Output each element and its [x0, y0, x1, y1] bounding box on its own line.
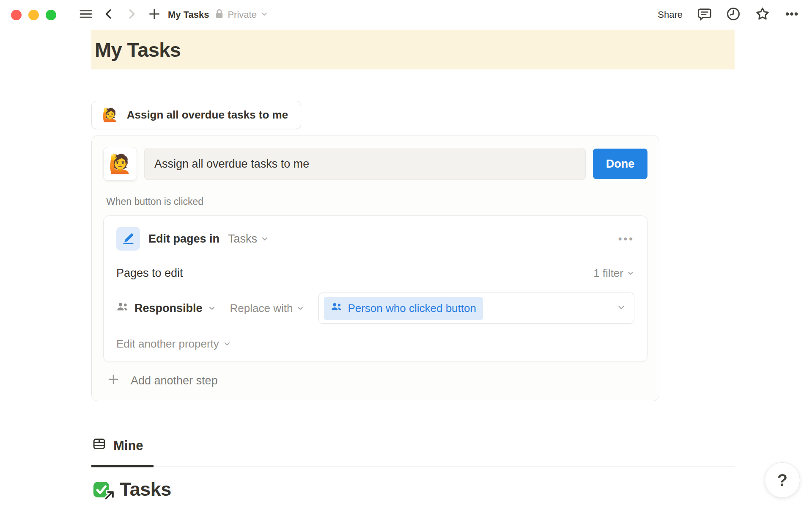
edit-another-property-label: Edit another property — [116, 337, 219, 351]
favorite-button[interactable] — [754, 6, 771, 24]
chevron-down-icon — [296, 302, 304, 315]
chevron-down-icon — [261, 9, 268, 20]
operation-select[interactable]: Replace with — [230, 302, 304, 315]
comment-icon — [697, 16, 712, 23]
tab-mine-label: Mine — [113, 438, 143, 453]
plus-icon — [148, 7, 161, 22]
button-block-label: Assign all overdue tasks to me — [127, 108, 288, 121]
plus-icon — [107, 373, 120, 389]
chevron-down-icon — [223, 337, 231, 351]
person-value-chip: Person who clicked button — [324, 297, 483, 320]
automation-step-card: Edit pages in Tasks ••• Pages to edit 1 … — [103, 215, 647, 362]
chevron-right-icon — [125, 8, 138, 22]
clock-icon — [726, 16, 741, 23]
people-icon — [331, 301, 343, 316]
operation-name: Replace with — [230, 302, 293, 315]
forward-button[interactable] — [122, 6, 141, 24]
page-options-button[interactable] — [784, 6, 799, 23]
property-select[interactable]: Responsible — [116, 301, 216, 316]
window-controls — [11, 10, 56, 20]
raising-hand-emoji-icon: 🙋 — [109, 155, 132, 173]
add-another-step-button[interactable]: Add another step — [107, 373, 647, 389]
person-value-label: Person who clicked button — [348, 302, 476, 315]
updates-button[interactable] — [726, 6, 741, 23]
new-page-button[interactable] — [145, 6, 164, 24]
button-editor-panel: 🙋 Done When button is clicked Edit pages… — [91, 135, 659, 401]
hamburger-icon — [79, 7, 93, 23]
share-button[interactable]: Share — [658, 9, 683, 20]
assign-tasks-button-block[interactable]: 🙋 Assign all overdue tasks to me — [91, 101, 301, 129]
raising-hand-emoji-icon: 🙋 — [102, 108, 118, 121]
step-overflow-menu[interactable]: ••• — [618, 233, 634, 245]
edit-action-tile — [116, 227, 140, 251]
zoom-window-button[interactable] — [46, 10, 56, 20]
table-view-icon — [92, 437, 106, 454]
button-name-input[interactable] — [144, 148, 586, 180]
chevron-down-icon — [627, 267, 634, 280]
help-button[interactable]: ? — [765, 462, 800, 498]
chevron-down-icon — [261, 232, 269, 246]
button-emoji-picker[interactable]: 🙋 — [103, 147, 137, 181]
lock-icon — [215, 8, 224, 22]
trigger-label: When button is clicked — [106, 196, 647, 207]
breadcrumb-page-title[interactable]: My Tasks — [168, 9, 209, 20]
view-tabs: Mine — [91, 437, 735, 467]
pencil-edit-icon — [121, 231, 135, 247]
linked-arrow-icon — [104, 489, 115, 502]
chevron-down-icon — [208, 302, 216, 315]
privacy-menu[interactable]: Private — [215, 8, 268, 22]
sidebar-toggle-button[interactable] — [77, 6, 95, 24]
question-mark-icon: ? — [777, 471, 787, 490]
target-database-name: Tasks — [228, 232, 257, 246]
value-select[interactable]: Person who clicked button — [318, 293, 634, 324]
pages-to-edit-label: Pages to edit — [116, 267, 183, 280]
star-icon — [754, 16, 771, 23]
filter-count-label: 1 filter — [593, 267, 623, 280]
people-icon — [116, 301, 129, 316]
comments-button[interactable] — [697, 6, 712, 23]
privacy-label: Private — [228, 9, 256, 20]
tasks-check-icon — [91, 480, 111, 500]
ellipsis-icon — [784, 16, 799, 23]
close-window-button[interactable] — [11, 10, 22, 20]
done-button[interactable]: Done — [593, 149, 647, 179]
chevron-down-icon — [617, 303, 625, 313]
target-database-select[interactable]: Tasks — [228, 232, 269, 246]
database-heading: Tasks — [91, 478, 812, 500]
step-action-label: Edit pages in — [148, 232, 219, 246]
tab-mine[interactable]: Mine — [91, 437, 154, 467]
minimize-window-button[interactable] — [28, 10, 39, 20]
database-title[interactable]: Tasks — [120, 478, 171, 500]
edit-another-property-button[interactable]: Edit another property — [116, 337, 634, 351]
page-title-highlight: My Tasks — [91, 30, 735, 69]
chevron-left-icon — [102, 8, 115, 22]
back-button[interactable] — [99, 6, 118, 24]
add-another-step-label: Add another step — [131, 374, 218, 387]
filter-dropdown[interactable]: 1 filter — [593, 267, 634, 280]
page-title[interactable]: My Tasks — [95, 38, 181, 61]
window-topbar: My Tasks Private Share — [0, 0, 812, 30]
property-name: Responsible — [134, 302, 203, 315]
